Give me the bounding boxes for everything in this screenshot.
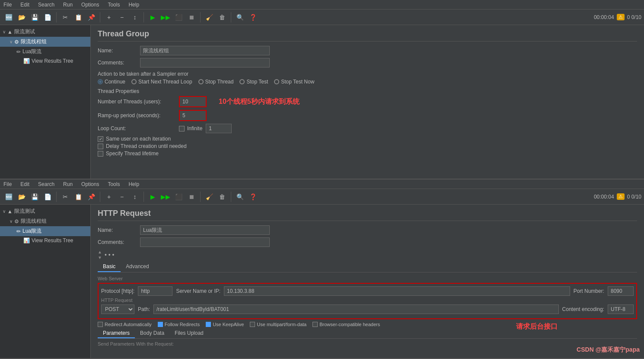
bottom-tab-files[interactable]: Files Upload: [169, 329, 209, 338]
paste-button-2[interactable]: 📌: [85, 191, 97, 203]
menu-run-2[interactable]: Run: [61, 180, 74, 188]
menu-file-2[interactable]: File: [2, 180, 13, 188]
start-no-pause-button-2[interactable]: ▶▶: [159, 191, 172, 203]
sidebar-item-root-2[interactable]: ∨ ▲ 限流测试: [0, 206, 90, 216]
copy-button-2[interactable]: 📋: [72, 191, 84, 203]
ramp-up-input[interactable]: [180, 111, 206, 120]
save-as-button[interactable]: 📄: [41, 11, 54, 23]
collapse-button[interactable]: −: [116, 11, 128, 23]
infinite-checkbox[interactable]: Infinite: [179, 125, 202, 131]
menu-search-2[interactable]: Search: [36, 180, 56, 188]
question-button[interactable]: ❓: [247, 11, 259, 23]
infinite-label: Infinite: [187, 125, 202, 131]
comments-input[interactable]: [140, 58, 270, 67]
method-select[interactable]: POST GET PUT DELETE: [101, 305, 134, 314]
delay-thread-checkbox[interactable]: Delay Thread creation until needed: [98, 143, 637, 149]
cb-browser-headers[interactable]: Browser-compatible headers: [312, 322, 380, 327]
expand-button[interactable]: +: [103, 11, 115, 23]
scroll-down[interactable]: ▼: [98, 255, 102, 260]
radio-start-next[interactable]: Start Next Thread Loop: [131, 79, 192, 85]
bottom-tab-params[interactable]: Parameters: [98, 329, 135, 338]
start-button-2[interactable]: ▶: [147, 191, 159, 203]
sidebar-item-root[interactable]: ∨ ▲ 限流测试: [0, 27, 90, 37]
stop-button-2[interactable]: ⬛: [172, 191, 185, 203]
menu-tools-2[interactable]: Tools: [106, 180, 121, 188]
toggle-button[interactable]: ↕: [129, 11, 141, 23]
save-button-2[interactable]: 💾: [29, 191, 41, 203]
open-button-2[interactable]: 📂: [16, 191, 28, 203]
search-button[interactable]: 🔍: [234, 11, 246, 23]
new-button-2[interactable]: 🆕: [3, 191, 15, 203]
menu-search[interactable]: Search: [36, 1, 56, 9]
question-button-2[interactable]: ❓: [247, 191, 259, 203]
start-no-pause-button[interactable]: ▶▶: [159, 11, 172, 23]
open-button[interactable]: 📂: [16, 11, 28, 23]
collapse-button-2[interactable]: −: [116, 191, 128, 203]
server-input[interactable]: [224, 286, 570, 296]
start-button[interactable]: ▶: [147, 11, 159, 23]
cb-follow-redirects[interactable]: Follow Redirects: [158, 322, 200, 327]
specify-lifetime-checkbox[interactable]: Specify Thread lifetime: [98, 151, 637, 157]
sidebar-item-thread-group[interactable]: ∨ ⚙ 限流线程组: [0, 37, 90, 47]
menu-help[interactable]: Help: [127, 1, 141, 9]
stop-button[interactable]: ⬛: [172, 11, 185, 23]
radio-stop-test-now[interactable]: Stop Test Now: [274, 79, 314, 85]
path-input[interactable]: [153, 305, 559, 314]
menu-options-2[interactable]: Options: [80, 180, 101, 188]
sidebar-item-thread-group-2[interactable]: ∨ ⚙ 限流线程组: [0, 216, 90, 226]
name-input-2[interactable]: [140, 225, 270, 235]
shutdown-button-2[interactable]: ⏹: [185, 191, 198, 203]
menubar-2: File Edit Search Run Options Tools Help: [0, 180, 644, 189]
sidebar-item-view-results-2[interactable]: 📊 View Results Tree: [0, 236, 90, 245]
menu-edit[interactable]: Edit: [19, 1, 31, 9]
cb-multipart[interactable]: Use multipart/form-data: [250, 322, 306, 327]
copy-button[interactable]: 📋: [72, 11, 84, 23]
cb-redirect-auto[interactable]: Redirect Automatically: [98, 322, 152, 327]
loop-count-input[interactable]: [206, 124, 232, 133]
save-as-button-2[interactable]: 📄: [41, 191, 54, 203]
sidebar-item-lua[interactable]: ✏ Lua限流: [0, 47, 90, 57]
sidebar-item-view-results-1[interactable]: 📊 View Results Tree: [0, 57, 90, 65]
menu-tools[interactable]: Tools: [106, 1, 121, 9]
cut-button[interactable]: ✂: [59, 11, 71, 23]
clear-all-button[interactable]: 🧹: [203, 11, 215, 23]
name-input[interactable]: [140, 46, 270, 55]
annotation-text: 10个线程5秒内请求到系统: [219, 97, 300, 106]
new-button[interactable]: 🆕: [3, 11, 15, 23]
menu-file[interactable]: File: [2, 1, 13, 9]
paste-button[interactable]: 📌: [85, 11, 97, 23]
clear-button[interactable]: 🗑: [216, 11, 228, 23]
protocol-input[interactable]: [138, 286, 172, 296]
tab-advanced[interactable]: Advanced: [121, 262, 154, 272]
same-user-checkbox[interactable]: Same user on each iteration: [98, 136, 637, 142]
comments-input-2[interactable]: [140, 237, 270, 247]
sidebar-item-lua-2[interactable]: ✏ Lua限流: [0, 226, 90, 236]
menu-help-2[interactable]: Help: [127, 180, 141, 188]
cb-keepalive[interactable]: Use KeepAlive: [206, 322, 244, 327]
panel-title-1: Thread Group: [98, 29, 637, 42]
scroll-up[interactable]: ▲: [98, 250, 102, 254]
content-encoding-input[interactable]: [608, 305, 634, 314]
clear-all-button-2[interactable]: 🧹: [203, 191, 215, 203]
info-dots[interactable]: • • •: [105, 251, 114, 258]
radio-continue[interactable]: Continue: [98, 79, 125, 85]
menu-options[interactable]: Options: [80, 1, 101, 9]
menu-edit-2[interactable]: Edit: [19, 180, 31, 188]
shutdown-button[interactable]: ⏹: [185, 11, 198, 23]
menu-run[interactable]: Run: [61, 1, 74, 9]
num-threads-input[interactable]: [180, 97, 206, 106]
port-input[interactable]: [608, 286, 634, 296]
comments-label: Comments:: [98, 60, 137, 66]
toggle-button-2[interactable]: ↕: [129, 191, 141, 203]
cut-button-2[interactable]: ✂: [59, 191, 71, 203]
search-button-2[interactable]: 🔍: [234, 191, 246, 203]
radio-stop-thread[interactable]: Stop Thread: [198, 79, 234, 85]
bottom-tab-body[interactable]: Body Data: [135, 329, 169, 338]
save-button[interactable]: 💾: [29, 11, 41, 23]
tab-basic[interactable]: Basic: [98, 262, 121, 272]
server-row: Protocol [http]: Server Name or IP: Port…: [101, 286, 634, 296]
content-encoding-label: Content encoding:: [562, 306, 604, 312]
radio-stop-test[interactable]: Stop Test: [239, 79, 268, 85]
clear-button-2[interactable]: 🗑: [216, 191, 228, 203]
expand-button-2[interactable]: +: [103, 191, 115, 203]
